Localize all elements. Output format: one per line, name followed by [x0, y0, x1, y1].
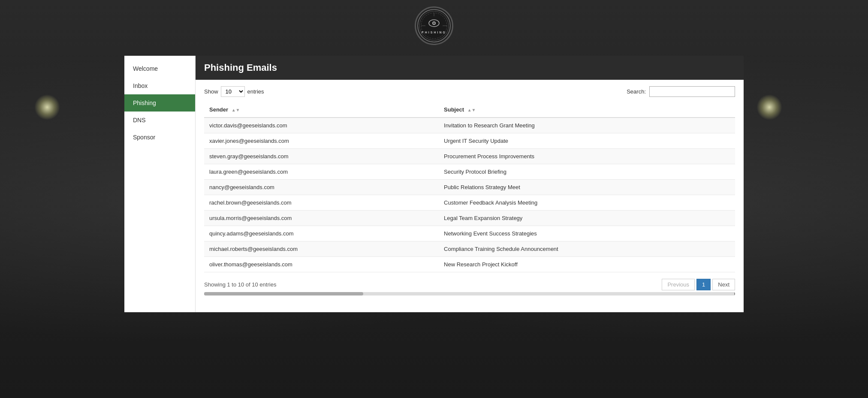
table-row[interactable]: quincy.adams@geeseislands.comNetworking … — [204, 226, 735, 241]
table-row[interactable]: nancy@geeseislands.comPublic Relations S… — [204, 180, 735, 195]
table-row[interactable]: michael.roberts@geeseislands.comComplian… — [204, 241, 735, 257]
cell-sender: rachel.brown@geeseislands.com — [204, 195, 439, 211]
cell-sender: xavier.jones@geeseislands.com — [204, 133, 439, 149]
main-panel: Welcome Inbox Phishing DNS Sponsor Phish… — [124, 56, 744, 312]
sidebar-item-dns[interactable]: DNS — [124, 112, 195, 129]
email-table: Sender ▲▼ Subject ▲▼ victor.davis@geesei… — [204, 102, 735, 272]
pagination: Previous 1 Next — [662, 279, 735, 290]
cell-sender: steven.gray@geeseislands.com — [204, 149, 439, 164]
table-controls: Show 10 25 50 100 entries Search: — [204, 86, 735, 97]
cell-subject: Public Relations Strategy Meet — [439, 180, 735, 195]
entries-select[interactable]: 10 25 50 100 — [221, 86, 245, 97]
right-lamp-decoration — [756, 94, 782, 120]
cell-subject: New Research Project Kickoff — [439, 257, 735, 272]
search-box: Search: — [627, 86, 735, 97]
table-footer: Showing 1 to 10 of 10 entries Previous 1… — [204, 279, 735, 290]
table-body: victor.davis@geeseislands.comInvitation … — [204, 118, 735, 272]
col-header-sender[interactable]: Sender ▲▼ — [204, 102, 439, 118]
show-label: Show — [204, 88, 218, 95]
sidebar-item-inbox[interactable]: Inbox — [124, 77, 195, 94]
search-input[interactable] — [649, 86, 735, 97]
cell-sender: victor.davis@geeseislands.com — [204, 118, 439, 133]
cell-subject: Security Protocol Briefing — [439, 164, 735, 180]
showing-text: Showing 1 to 10 of 10 entries — [204, 281, 276, 288]
cell-subject: Urgent IT Security Update — [439, 133, 735, 149]
cell-sender: oliver.thomas@geeseislands.com — [204, 257, 439, 272]
cell-subject: Networking Event Success Strategies — [439, 226, 735, 241]
sidebar: Welcome Inbox Phishing DNS Sponsor — [124, 56, 195, 312]
table-row[interactable]: steven.gray@geeseislands.comProcurement … — [204, 149, 735, 164]
sender-sort-icon: ▲▼ — [232, 108, 240, 112]
cell-subject: Invitation to Research Grant Meeting — [439, 118, 735, 133]
svg-point-0 — [418, 9, 450, 42]
cell-subject: Customer Feedback Analysis Meeting — [439, 195, 735, 211]
logo-circle: PHISHING — [415, 6, 453, 45]
table-head: Sender ▲▼ Subject ▲▼ — [204, 102, 735, 118]
table-row[interactable]: oliver.thomas@geeseislands.comNew Resear… — [204, 257, 735, 272]
cell-sender: ursula.morris@geeseislands.com — [204, 211, 439, 226]
entries-label: entries — [247, 88, 264, 95]
scroll-bar[interactable] — [204, 292, 735, 295]
svg-point-4 — [433, 22, 435, 24]
app-logo: PHISHING — [415, 6, 453, 45]
cell-sender: laura.green@geeseislands.com — [204, 164, 439, 180]
svg-point-5 — [421, 13, 447, 39]
sidebar-item-phishing[interactable]: Phishing — [124, 94, 195, 112]
cell-sender: nancy@geeseislands.com — [204, 180, 439, 195]
subject-sort-icon: ▲▼ — [467, 108, 476, 112]
svg-point-1 — [419, 11, 449, 40]
previous-button[interactable]: Previous — [662, 279, 695, 290]
sidebar-item-welcome[interactable]: Welcome — [124, 60, 195, 77]
page-1-button[interactable]: 1 — [696, 279, 711, 290]
content-header: Phishing Emails — [196, 56, 744, 80]
table-row[interactable]: ursula.morris@geeseislands.comLegal Team… — [204, 211, 735, 226]
table-header-row: Sender ▲▼ Subject ▲▼ — [204, 102, 735, 118]
cell-subject: Compliance Training Schedule Announcemen… — [439, 241, 735, 257]
content-area: Phishing Emails Show 10 25 50 100 entrie… — [195, 56, 744, 312]
cell-sender: quincy.adams@geeseislands.com — [204, 226, 439, 241]
cell-subject: Legal Team Expansion Strategy — [439, 211, 735, 226]
left-lamp-decoration — [34, 94, 60, 120]
logo-svg: PHISHING — [417, 9, 451, 43]
search-label: Search: — [627, 88, 646, 95]
content-body: Show 10 25 50 100 entries Search: — [196, 80, 744, 312]
col-header-subject[interactable]: Subject ▲▼ — [439, 102, 735, 118]
table-row[interactable]: rachel.brown@geeseislands.comCustomer Fe… — [204, 195, 735, 211]
sidebar-item-sponsor[interactable]: Sponsor — [124, 129, 195, 146]
svg-point-2 — [429, 20, 439, 27]
page-title: Phishing Emails — [204, 62, 277, 73]
svg-point-3 — [432, 21, 436, 25]
table-row[interactable]: laura.green@geeseislands.comSecurity Pro… — [204, 164, 735, 180]
table-row[interactable]: victor.davis@geeseislands.comInvitation … — [204, 118, 735, 133]
show-entries-control: Show 10 25 50 100 entries — [204, 86, 264, 97]
table-row[interactable]: xavier.jones@geeseislands.comUrgent IT S… — [204, 133, 735, 149]
cell-sender: michael.roberts@geeseislands.com — [204, 241, 439, 257]
cell-subject: Procurement Process Improvements — [439, 149, 735, 164]
next-button[interactable]: Next — [712, 279, 735, 290]
svg-text:PHISHING: PHISHING — [422, 31, 446, 34]
